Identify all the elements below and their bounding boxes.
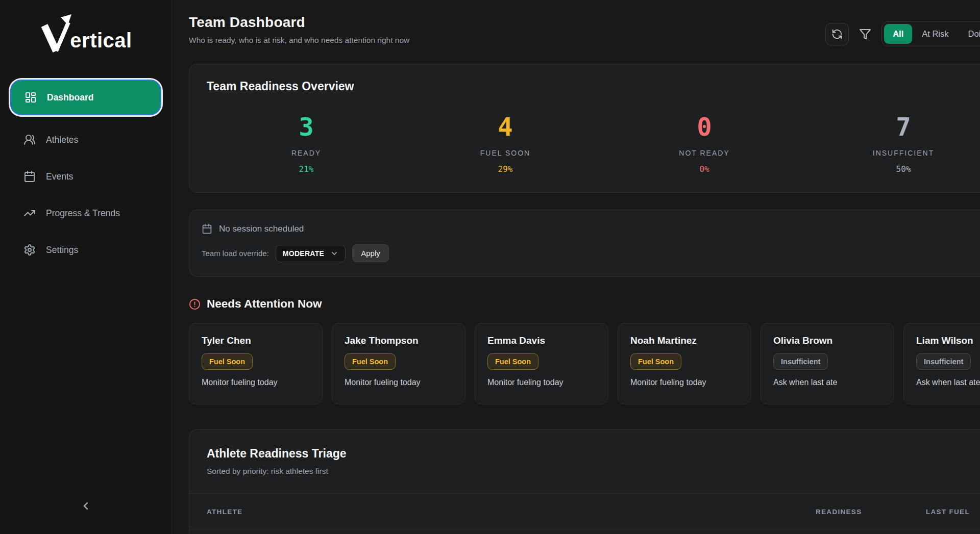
athlete-name: Jake Thompson <box>345 335 453 346</box>
column-header-athlete: ATHLETE <box>189 508 816 516</box>
session-status-row: No session scheduled <box>202 223 980 234</box>
stat-not-ready-label: NOT READY <box>605 149 804 157</box>
status-badge: Insufficient <box>916 353 971 370</box>
users-icon <box>23 134 36 146</box>
athlete-readiness-triage-card: Athlete Readiness Triage Sorted by prior… <box>189 429 980 534</box>
session-status-text: No session scheduled <box>219 224 304 234</box>
sidebar-item-label: Dashboard <box>47 92 93 103</box>
athlete-note: Monitor fueling today <box>345 378 453 387</box>
overview-title: Team Readiness Overview <box>207 80 980 93</box>
triage-table-header-row: ATHLETE READINESS LAST FUEL <box>189 493 980 530</box>
stat-fuel-soon-label: FUEL SOON <box>406 149 605 157</box>
athlete-note: Monitor fueling today <box>202 378 310 387</box>
stat-fuel-soon-value: 4 <box>406 115 605 140</box>
column-header-readiness: READINESS <box>816 508 926 516</box>
athlete-note: Monitor fueling today <box>630 378 739 387</box>
status-badge: Fuel Soon <box>487 353 538 370</box>
dashboard-icon <box>24 91 37 104</box>
stat-ready: 3 READY 21% <box>207 115 406 174</box>
stat-ready-label: READY <box>207 149 406 157</box>
sidebar-item-events[interactable]: Events <box>10 164 161 189</box>
filter-funnel-icon <box>859 28 871 40</box>
triage-header: Athlete Readiness Triage Sorted by prior… <box>189 447 980 476</box>
readiness-filter-segmented-control: All At Risk Doing Well <box>881 21 980 46</box>
apply-button[interactable]: Apply <box>352 244 389 262</box>
header-controls: All At Risk Doing Well <box>825 21 980 46</box>
athlete-note: Monitor fueling today <box>487 378 596 387</box>
athlete-name: Noah Martinez <box>630 335 739 346</box>
attention-card-noah-martinez[interactable]: Noah Martinez Fuel Soon Monitor fueling … <box>618 323 751 404</box>
athlete-note: Ask when last ate <box>773 378 881 387</box>
sidebar: ertical Dashboard Athletes Events Progre… <box>0 0 172 534</box>
filter-tab-doing-well[interactable]: Doing Well <box>959 24 980 44</box>
attention-card-olivia-brown[interactable]: Olivia Brown Insufficient Ask when last … <box>761 323 894 404</box>
main-content: Team Dashboard Who is ready, who is at r… <box>172 0 980 534</box>
status-badge: Fuel Soon <box>202 353 253 370</box>
stat-insufficient: 7 INSUFFICIENT 50% <box>804 115 980 174</box>
triage-subtitle: Sorted by priority: risk athletes first <box>207 467 980 476</box>
stat-insufficient-value: 7 <box>804 115 980 140</box>
team-load-override-row: Team load override: MODERATE Apply <box>202 244 980 262</box>
sidebar-item-label: Events <box>46 171 74 182</box>
attention-card-jake-thompson[interactable]: Jake Thompson Fuel Soon Monitor fueling … <box>332 323 465 404</box>
trending-up-icon <box>23 207 36 219</box>
page-header: Team Dashboard Who is ready, who is at r… <box>189 14 980 46</box>
override-label: Team load override: <box>202 249 269 258</box>
sidebar-item-dashboard[interactable]: Dashboard <box>10 80 161 115</box>
calendar-icon <box>23 170 36 183</box>
stat-insufficient-percent: 50% <box>804 164 980 174</box>
gear-icon <box>23 244 36 256</box>
athlete-name: Emma Davis <box>487 335 596 346</box>
stat-not-ready-percent: 0% <box>605 164 804 174</box>
needs-attention-heading: Needs Attention Now <box>189 297 980 311</box>
attention-card-liam-wilson[interactable]: Liam Wilson Insufficient Ask when last a… <box>903 323 980 404</box>
collapse-sidebar-button[interactable] <box>77 497 95 517</box>
logo-v-arrow-icon <box>39 13 73 55</box>
refresh-icon <box>831 29 843 40</box>
overview-stats: 3 READY 21% 4 FUEL SOON 29% 0 NOT READY … <box>207 115 980 174</box>
stat-not-ready-value: 0 <box>605 115 804 140</box>
team-readiness-overview-card: Team Readiness Overview 3 READY 21% 4 FU… <box>189 64 980 193</box>
athlete-note: Ask when last ate <box>916 378 980 387</box>
needs-attention-card-row: Tyler Chen Fuel Soon Monitor fueling tod… <box>189 323 980 404</box>
sidebar-item-progress-trends[interactable]: Progress & Trends <box>10 201 161 225</box>
chevron-down-icon <box>330 249 338 258</box>
attention-card-emma-davis[interactable]: Emma Davis Fuel Soon Monitor fueling tod… <box>475 323 608 404</box>
athlete-name: Liam Wilson <box>916 335 980 346</box>
sidebar-item-label: Progress & Trends <box>46 208 120 219</box>
calendar-icon <box>202 223 212 234</box>
session-card: No session scheduled Team load override:… <box>189 210 980 277</box>
needs-attention-title: Needs Attention Now <box>207 297 322 311</box>
load-override-select[interactable]: MODERATE <box>276 245 346 262</box>
filter-tab-at-risk[interactable]: At Risk <box>912 24 958 44</box>
page-title: Team Dashboard <box>189 14 409 31</box>
alert-circle-icon <box>189 298 201 310</box>
stat-fuel-soon-percent: 29% <box>406 164 605 174</box>
status-badge: Insufficient <box>773 353 828 370</box>
refresh-button[interactable] <box>825 23 849 45</box>
status-badge: Fuel Soon <box>630 353 681 370</box>
column-header-last-fuel: LAST FUEL <box>926 508 980 516</box>
stat-fuel-soon: 4 FUEL SOON 29% <box>406 115 605 174</box>
attention-card-tyler-chen[interactable]: Tyler Chen Fuel Soon Monitor fueling tod… <box>189 323 323 404</box>
chevron-left-icon <box>80 500 92 512</box>
filter-tab-all[interactable]: All <box>884 24 912 44</box>
load-override-selected-value: MODERATE <box>283 249 324 258</box>
sidebar-item-settings[interactable]: Settings <box>10 238 161 262</box>
sidebar-item-label: Athletes <box>46 135 78 145</box>
vertical-logo: ertical <box>0 12 172 55</box>
status-badge: Fuel Soon <box>345 353 396 370</box>
athlete-name: Tyler Chen <box>202 335 310 346</box>
sidebar-item-label: Settings <box>46 245 78 256</box>
page-subtitle: Who is ready, who is at risk, and who ne… <box>189 36 409 45</box>
athlete-name: Olivia Brown <box>773 335 881 346</box>
triage-title: Athlete Readiness Triage <box>207 447 980 461</box>
logo-wordmark: ertical <box>70 30 132 55</box>
stat-ready-value: 3 <box>207 115 406 140</box>
page-header-text: Team Dashboard Who is ready, who is at r… <box>189 14 409 45</box>
filter-button[interactable] <box>859 28 871 40</box>
sidebar-nav: Dashboard Athletes Events Progress & Tre… <box>0 80 172 262</box>
sidebar-item-athletes[interactable]: Athletes <box>10 128 161 152</box>
stat-insufficient-label: INSUFFICIENT <box>804 149 980 157</box>
stat-not-ready: 0 NOT READY 0% <box>605 115 804 174</box>
